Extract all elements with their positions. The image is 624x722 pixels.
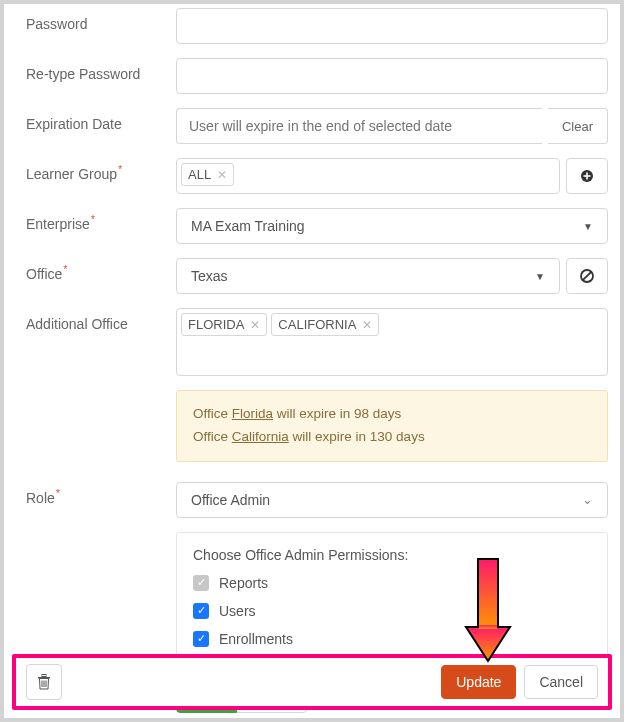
plus-icon — [580, 169, 594, 183]
notice-florida-link[interactable]: Florida — [232, 406, 273, 421]
notice-california-link[interactable]: California — [232, 429, 289, 444]
svg-rect-2 — [584, 175, 591, 177]
retype-password-label: Re-type Password — [26, 58, 176, 82]
tag-florida[interactable]: FLORIDA ✕ — [181, 313, 267, 336]
svg-line-4 — [583, 272, 591, 280]
expiration-date-input[interactable] — [176, 108, 542, 144]
learner-group-field[interactable]: ALL ✕ — [176, 158, 560, 194]
enterprise-label: Enterprise* — [26, 208, 176, 232]
checkbox-users[interactable]: ✓ — [193, 603, 209, 619]
additional-office-label: Additional Office — [26, 308, 176, 332]
enterprise-select[interactable]: MA Exam Training ▼ — [176, 208, 608, 244]
role-select[interactable]: Office Admin ⌄ — [176, 482, 608, 518]
add-learner-group-button[interactable] — [566, 158, 608, 194]
checkbox-enrollments[interactable]: ✓ — [193, 631, 209, 647]
remove-tag-icon[interactable]: ✕ — [217, 169, 227, 181]
password-label: Password — [26, 8, 176, 32]
tag-california[interactable]: CALIFORNIA ✕ — [271, 313, 379, 336]
office-label: Office* — [26, 258, 176, 282]
footer-bar: Update Cancel — [12, 654, 612, 710]
remove-tag-icon[interactable]: ✕ — [250, 319, 260, 331]
expiration-clear-button[interactable]: Clear — [548, 108, 608, 144]
office-select[interactable]: Texas ▼ — [176, 258, 560, 294]
password-input[interactable] — [176, 8, 608, 44]
office-expiry-notice: Office Florida will expire in 98 days Of… — [176, 390, 608, 462]
permission-reports: ✓ Reports — [193, 575, 591, 591]
chevron-down-icon: ⌄ — [582, 492, 593, 507]
prohibit-icon — [579, 268, 595, 284]
cancel-button[interactable]: Cancel — [524, 665, 598, 699]
delete-button[interactable] — [26, 664, 62, 700]
permissions-title: Choose Office Admin Permissions: — [193, 547, 591, 563]
tag-all[interactable]: ALL ✕ — [181, 163, 234, 186]
retype-password-input[interactable] — [176, 58, 608, 94]
permissions-box: Choose Office Admin Permissions: ✓ Repor… — [176, 532, 608, 670]
caret-down-icon: ▼ — [535, 271, 545, 282]
additional-office-field[interactable]: FLORIDA ✕ CALIFORNIA ✕ — [176, 308, 608, 376]
remove-tag-icon[interactable]: ✕ — [362, 319, 372, 331]
caret-down-icon: ▼ — [583, 221, 593, 232]
role-label: Role* — [26, 482, 176, 506]
update-button[interactable]: Update — [441, 665, 516, 699]
svg-rect-6 — [42, 675, 46, 677]
learner-group-label: Learner Group* — [26, 158, 176, 182]
trash-icon — [37, 674, 51, 690]
permission-enrollments[interactable]: ✓ Enrollments — [193, 631, 591, 647]
office-prohibit-button[interactable] — [566, 258, 608, 294]
permission-users[interactable]: ✓ Users — [193, 603, 591, 619]
expiration-date-label: Expiration Date — [26, 108, 176, 132]
checkbox-reports: ✓ — [193, 575, 209, 591]
